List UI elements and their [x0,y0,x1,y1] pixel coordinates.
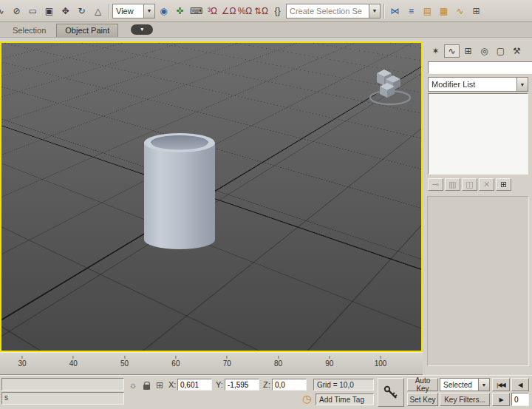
icon-glyph: ≡ [409,7,414,16]
absolute-offset-mode-toggle[interactable]: ⊞ [154,379,166,391]
icon-glyph: ↻ [78,7,85,16]
icon-glyph: ⇅Ω [254,7,268,16]
modify-tab[interactable]: ∿ [444,44,460,58]
icon-glyph: ∿ [456,7,463,16]
ruler-tick: 50 [120,356,129,368]
make-unique-button[interactable]: ◫ [462,178,477,191]
select-and-manipulate-button[interactable]: ✜ [172,3,188,19]
ruler-tick: 70 [223,356,231,368]
ruler-tick: 30 [18,356,26,368]
select-and-rotate-button[interactable]: ↻ [74,3,89,19]
perspective-viewport[interactable] [0,41,423,352]
manage-layers-button[interactable]: ▤ [420,3,435,19]
x-coordinate-label: X: [168,380,176,389]
icon-glyph: ✶ [432,47,439,55]
unlink-selection-button[interactable]: ⊘ [9,3,24,19]
key-filters-button[interactable]: Key Filters... [440,393,490,406]
icon-glyph: ▣ [45,7,53,16]
graphite-ribbon-toggle-button[interactable]: ▦ [436,3,451,19]
tab-label: Object Paint [65,26,109,35]
modifier-stack-list[interactable] [428,93,528,175]
y-coordinate-label: Y: [216,380,223,389]
icon-glyph: {} [274,7,280,16]
grid-setting-readout: Grid = 10,0 [313,379,374,391]
prompt-line: s [1,392,124,405]
x-coordinate-field[interactable] [177,379,212,391]
icon-glyph: %Ω [238,7,253,16]
lightbulb-icon[interactable]: ☼ [127,379,139,391]
angle-snap-toggle-button[interactable]: ∠Ω [221,3,236,19]
curve-editor-button[interactable]: ∿ [452,3,468,19]
selection-lock-toggle[interactable] [140,379,152,391]
configure-modifier-sets-button[interactable]: ⊞ [496,178,511,191]
display-tab[interactable]: ▢ [493,44,508,58]
align-button[interactable]: ≡ [403,3,419,19]
icon-glyph: ∠Ω [222,7,236,16]
icon-glyph: ▥ [449,180,456,189]
select-and-move-button[interactable]: ✥ [58,3,73,19]
reference-coordinate-system-combo[interactable]: View ▼ [112,4,155,18]
selection-set-filter-combo[interactable]: Selected ▼ [440,378,490,391]
window-crossing-toggle-button[interactable]: ▣ [41,3,57,19]
select-and-scale-button[interactable]: △ [90,3,106,19]
icon-glyph: ▭ [29,7,37,16]
go-to-start-button[interactable]: |◀◀ [492,378,510,391]
paint-object-gizmo[interactable] [362,65,415,108]
time-tag-clock-icon[interactable]: ◷ [301,393,313,405]
ribbon-tab-object-paint[interactable]: Object Paint [56,24,118,37]
modifier-list-combo[interactable]: Modifier List ▼ [428,77,528,92]
icon-glyph: ⊞ [464,47,471,55]
current-frame-field[interactable] [511,393,529,406]
chevron-down-icon: ▼ [478,379,489,391]
show-end-result-button[interactable]: ▥ [445,178,460,191]
icon-glyph: ✥ [61,7,69,16]
play-animation-button[interactable]: ▶ [492,393,510,406]
set-key-button[interactable]: Set Key [407,393,438,406]
remove-modifier-button[interactable]: ✕ [479,178,494,191]
object-name-input[interactable] [428,61,532,74]
tab-label: Selection [13,26,46,35]
icon-glyph: ▤ [423,7,432,16]
chevron-down-icon: ▼ [143,4,154,18]
set-keys-button[interactable] [378,378,404,407]
key-icon [383,385,399,401]
time-ruler[interactable]: 30 40 50 60 70 80 [0,352,423,375]
ribbon-tab-selection[interactable]: Selection [4,24,54,37]
auto-key-button[interactable]: Auto Key [407,378,438,391]
icon-glyph: ◫ [466,180,473,189]
keyboard-shortcut-override-button[interactable]: ⌨ [188,3,204,19]
icon-glyph: ³Ω [208,7,217,16]
create-tab[interactable]: ✶ [428,44,443,58]
toolbar-group-right: ⋈ ≡ ▤ ▦ ∿ ⊞ [387,3,484,19]
snap-toggle-3d-button[interactable]: ³Ω [205,3,220,19]
lock-icon [143,385,150,390]
ribbon-minimize-button[interactable]: ▾ [131,24,153,35]
selection-region-button[interactable]: ▭ [25,3,41,19]
y-coordinate-field[interactable] [225,379,259,391]
modifier-stack-toolbar: ⊸ ▥ ◫ ✕ ⊞ [424,176,532,192]
cylinder-object[interactable] [143,132,216,251]
chevron-down-icon: ▼ [369,4,380,18]
previous-frame-button[interactable]: ◀| [511,378,529,391]
motion-tab[interactable]: ◎ [477,44,492,58]
hierarchy-tab[interactable]: ⊞ [460,44,476,58]
z-coordinate-field[interactable] [272,379,307,391]
mirror-button[interactable]: ⋈ [387,3,403,19]
combo-value: Create Selection Se [290,7,362,16]
icon-glyph: △ [95,7,101,16]
add-time-tag-button[interactable]: Add Time Tag [316,393,374,405]
pin-stack-button[interactable]: ⊸ [428,178,443,191]
ruler-tick: 90 [325,356,333,368]
select-and-link-button[interactable]: ∿ [0,3,8,19]
percent-snap-toggle-button[interactable]: %Ω [237,3,253,19]
schematic-view-button[interactable]: ⊞ [468,3,484,19]
use-pivot-point-center-button[interactable]: ◉ [156,3,171,19]
icon-glyph: ▢ [497,47,505,55]
icon-glyph: ⊘ [13,7,20,16]
icon-glyph: ∿ [448,47,455,55]
edit-named-selection-sets-button[interactable]: {} [270,3,285,19]
spinner-snap-toggle-button[interactable]: ⇅Ω [253,3,269,19]
command-panel: ✶ ∿ ⊞ ◎ ▢ ⚒ Modifier List [424,41,532,374]
utilities-tab[interactable]: ⚒ [509,44,525,58]
named-selection-set-combo[interactable]: Create Selection Se ▼ [286,4,381,18]
